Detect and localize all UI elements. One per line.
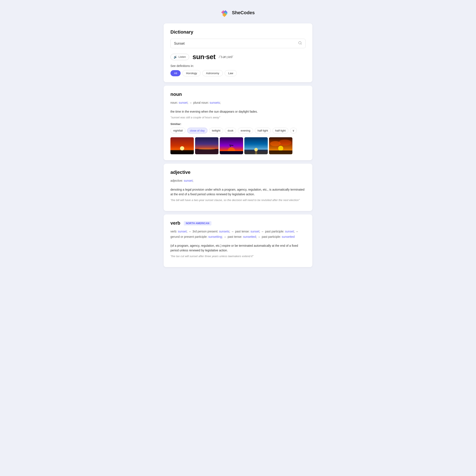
noun-forms: noun: sunset; – plural noun: sunsets; [170, 100, 306, 105]
svg-line-5 [301, 44, 301, 44]
logo-icon [221, 8, 230, 17]
svg-rect-21 [255, 150, 257, 154]
gallery-image-5[interactable] [269, 137, 292, 154]
verb-definition: (of a program, agency, regulation, etc.)… [170, 243, 306, 253]
category-tabs: All Horology Astronomy Law [170, 70, 306, 76]
noun-example: "sunset was still a couple of hours away… [170, 116, 306, 119]
verb-link-sunsets[interactable]: sunsets [219, 230, 229, 233]
tab-law[interactable]: Law [225, 70, 237, 76]
svg-point-24 [279, 140, 291, 146]
adj-link-sunset[interactable]: sunset [184, 179, 192, 182]
verb-link-sunset-pp[interactable]: sunset [285, 230, 294, 233]
tag-close-of-day[interactable]: close of day [187, 128, 207, 134]
gallery-image-2[interactable] [195, 137, 219, 154]
pos-noun: noun [170, 92, 306, 97]
svg-point-25 [278, 146, 283, 151]
adjective-example: "the bill will have a two-year sunset cl… [170, 199, 306, 202]
verb-link-sunset-pt[interactable]: sunset [251, 230, 259, 233]
verb-link-sunsetting[interactable]: sunsetting [208, 235, 222, 238]
verb-card: verb NORTH AMERICAN verb: sunset; – 3rd … [164, 214, 312, 267]
tag-half-light-2[interactable]: half-light [272, 128, 288, 134]
pos-verb: verb NORTH AMERICAN [170, 220, 306, 226]
search-box [170, 39, 306, 48]
tab-all[interactable]: All [170, 70, 181, 76]
word-pronunciation: /ˈsənˌset/ [219, 55, 233, 59]
gallery-image-1[interactable] [170, 137, 194, 154]
search-input[interactable] [174, 42, 298, 46]
noun-link-sunset[interactable]: sunset [179, 101, 187, 104]
site-header: SheCodes [164, 8, 312, 17]
adjective-forms: adjective: sunset; [170, 178, 306, 183]
logo-text: SheCodes [232, 10, 255, 16]
gallery-image-3[interactable] [220, 137, 243, 154]
verb-link-sunset[interactable]: sunset [178, 230, 187, 233]
image-gallery [170, 137, 306, 154]
pos-adjective: adjective [170, 170, 306, 175]
tag-more[interactable]: ∨ [290, 128, 297, 134]
gallery-image-4[interactable] [244, 137, 268, 154]
listen-button[interactable]: 🔊 Listen [170, 54, 189, 60]
word-header-row: 🔊 Listen sun·set /ˈsənˌset/ [170, 53, 306, 61]
svg-rect-17 [220, 151, 243, 154]
tag-dusk[interactable]: dusk [225, 128, 236, 134]
dictionary-title: Dictionary [170, 29, 306, 35]
speaker-icon: 🔊 [174, 55, 177, 59]
adjective-definition: denoting a legal provision under which a… [170, 187, 306, 197]
dictionary-card: Dictionary 🔊 Listen sun·set /ˈsənˌset/ S… [164, 23, 312, 82]
svg-point-12 [198, 148, 215, 150]
word-display: sun·set [192, 53, 216, 61]
tab-horology[interactable]: Horology [182, 70, 201, 76]
tag-twilight[interactable]: twilight [209, 128, 223, 134]
adjective-card: adjective adjective: sunset; denoting a … [164, 164, 312, 211]
noun-card: noun noun: sunset; – plural noun: sunset… [164, 86, 312, 160]
noun-definition: the time in the evening when the sun dis… [170, 109, 306, 114]
noun-link-sunsets[interactable]: sunsets [209, 101, 220, 104]
tab-astronomy[interactable]: Astronomy [202, 70, 223, 76]
svg-rect-26 [269, 151, 292, 154]
verb-link-sunsetted-pt[interactable]: sunsetted [243, 235, 256, 238]
verb-example: "the tax cut will sunset after three yea… [170, 255, 306, 258]
search-button[interactable] [298, 41, 302, 46]
similar-tags: nightfall close of day twilight dusk eve… [170, 128, 306, 134]
similar-label: Similiar: [170, 122, 306, 126]
tag-evening[interactable]: evening [238, 128, 253, 134]
north-american-badge: NORTH AMERICAN [184, 221, 211, 225]
see-definitions-label: See definitions in: [170, 64, 306, 68]
verb-forms: verb: sunset; – 3rd person present: suns… [170, 229, 306, 239]
tag-nightfall[interactable]: nightfall [170, 128, 186, 134]
tag-half-light-1[interactable]: half-light [255, 128, 271, 134]
svg-point-8 [180, 146, 184, 151]
svg-rect-9 [170, 151, 194, 154]
verb-link-sunsetted-pp[interactable]: sunsetted [282, 235, 295, 238]
